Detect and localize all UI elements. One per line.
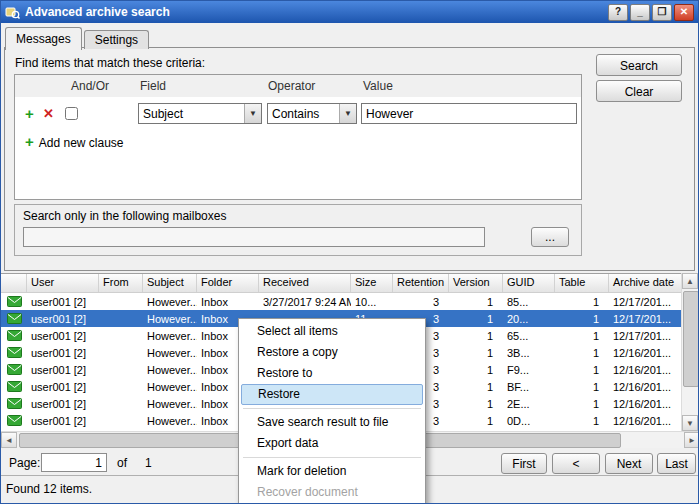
cell-guid: 0D... — [503, 415, 555, 427]
cell-subject: However... — [143, 347, 197, 359]
minimize-button[interactable]: _ — [630, 4, 650, 21]
menu-separator — [243, 408, 421, 409]
scroll-left-button[interactable]: ◄ — [1, 432, 17, 448]
tab-messages[interactable]: Messages — [5, 27, 82, 50]
mailboxes-group-label: Search only in the following mailboxes — [23, 209, 226, 223]
column-header-version[interactable]: Version — [449, 274, 503, 292]
chevron-down-icon: ▼ — [339, 104, 356, 123]
scroll-right-button[interactable]: ► — [684, 432, 699, 448]
message-icon — [1, 347, 27, 358]
field-select[interactable]: Subject ▼ — [138, 103, 262, 124]
next-page-button[interactable]: Next > — [605, 453, 653, 474]
clause-checkbox[interactable] — [65, 107, 78, 120]
cell-table: 1 — [555, 296, 609, 308]
cell-size: 10... — [351, 296, 393, 308]
menu-item-mark-for-deletion[interactable]: Mark for deletion — [241, 461, 423, 482]
column-header-from[interactable]: From — [99, 274, 143, 292]
plus-icon: + — [25, 133, 34, 150]
cell-subject: However... — [143, 330, 197, 342]
clause-row: + ✕ Subject ▼ Contains ▼ — [15, 103, 581, 125]
column-header-archive-date[interactable]: Archive date — [609, 274, 679, 292]
column-header-guid[interactable]: GUID — [503, 274, 555, 292]
cell-archive-date: 12/17/201... — [609, 330, 679, 342]
cell-subject: However... — [143, 313, 197, 325]
column-header-user[interactable]: User — [27, 274, 99, 292]
cell-archive-date: 12/16/201... — [609, 398, 679, 410]
context-menu: Select all itemsRestore a copyRestore to… — [238, 318, 426, 504]
maximize-button[interactable]: ❐ — [652, 4, 672, 21]
browse-mailboxes-button[interactable]: ... — [531, 227, 569, 247]
cell-subject: However... — [143, 364, 197, 376]
title-bar[interactable]: Advanced archive search ? _ ❐ ✕ — [1, 1, 698, 23]
cell-table: 1 — [555, 364, 609, 376]
messages-tab-panel: Find items that match these criteria: An… — [4, 47, 695, 271]
column-header-subject[interactable]: Subject — [143, 274, 197, 292]
search-button[interactable]: Search — [596, 54, 682, 76]
cell-subject: However... — [143, 415, 197, 427]
add-new-clause-link[interactable]: +Add new clause — [25, 133, 124, 150]
cell-user: user001 [2] — [27, 313, 99, 325]
operator-select[interactable]: Contains ▼ — [267, 103, 357, 124]
cell-subject: However... — [143, 296, 197, 308]
cell-archive-date: 12/16/201... — [609, 415, 679, 427]
column-header-icon[interactable] — [1, 274, 27, 292]
cell-subject: However... — [143, 381, 197, 393]
clear-button[interactable]: Clear — [596, 80, 682, 102]
value-input[interactable] — [361, 103, 577, 124]
cell-guid: F9... — [503, 364, 555, 376]
last-page-button[interactable]: Last — [657, 453, 696, 474]
operator-select-value: Contains — [268, 107, 339, 121]
cell-archive-date: 12/16/201... — [609, 381, 679, 393]
delete-clause-icon[interactable]: ✕ — [43, 106, 54, 121]
message-icon — [1, 296, 27, 307]
app-icon — [5, 5, 20, 20]
column-header-retention[interactable]: Retention — [393, 274, 449, 292]
cell-table: 1 — [555, 415, 609, 427]
first-page-button[interactable]: First — [501, 453, 547, 474]
cell-guid: 65... — [503, 330, 555, 342]
page-number-input[interactable] — [41, 453, 107, 472]
cell-version: 1 — [449, 381, 503, 393]
help-button[interactable]: ? — [608, 4, 628, 21]
cell-guid: 20... — [503, 313, 555, 325]
mailboxes-group: Search only in the following mailboxes .… — [14, 204, 582, 256]
column-header-table[interactable]: Table — [555, 274, 609, 292]
tab-settings[interactable]: Settings — [84, 30, 149, 49]
column-header-size[interactable]: Size — [351, 274, 393, 292]
cell-folder: Inbox — [197, 296, 259, 308]
table-header: UserFromSubjectFolderReceivedSizeRetenti… — [1, 274, 683, 293]
cell-user: user001 [2] — [27, 381, 99, 393]
prev-page-button[interactable]: < Prev — [552, 453, 600, 474]
vertical-scrollbar[interactable]: ▲ ▼ — [681, 273, 698, 431]
menu-item-restore-a-copy[interactable]: Restore a copy — [241, 342, 423, 363]
column-header-folder[interactable]: Folder — [197, 274, 259, 292]
cell-version: 1 — [449, 347, 503, 359]
cell-user: user001 [2] — [27, 347, 99, 359]
criteria-panel: And/Or Field Operator Value + ✕ Subject … — [14, 74, 582, 200]
chevron-down-icon: ▼ — [244, 104, 261, 123]
cell-user: user001 [2] — [27, 398, 99, 410]
field-header: Field — [140, 79, 166, 93]
column-header-received[interactable]: Received — [259, 274, 351, 292]
menu-item-export-data[interactable]: Export data — [241, 433, 423, 454]
menu-item-restore[interactable]: Restore — [241, 384, 423, 405]
message-icon — [1, 364, 27, 375]
vertical-scroll-thumb[interactable] — [683, 291, 699, 387]
cell-version: 1 — [449, 415, 503, 427]
cell-table: 1 — [555, 398, 609, 410]
mailboxes-input[interactable] — [23, 227, 485, 247]
cell-table: 1 — [555, 381, 609, 393]
table-row[interactable]: user001 [2] However... Inbox 3/27/2017 9… — [1, 293, 683, 310]
cell-user: user001 [2] — [27, 415, 99, 427]
menu-item-save-search-result-to-file[interactable]: Save search result to file — [241, 412, 423, 433]
menu-item-restore-to[interactable]: Restore to — [241, 363, 423, 384]
scroll-up-button[interactable]: ▲ — [682, 273, 698, 289]
page-label: Page: — [9, 456, 40, 470]
scroll-down-button[interactable]: ▼ — [682, 415, 698, 431]
add-clause-icon[interactable]: + — [25, 105, 34, 122]
message-icon — [1, 313, 27, 324]
menu-item-select-all-items[interactable]: Select all items — [241, 321, 423, 342]
cell-user: user001 [2] — [27, 330, 99, 342]
close-button[interactable]: ✕ — [674, 4, 694, 21]
cell-guid: 85... — [503, 296, 555, 308]
